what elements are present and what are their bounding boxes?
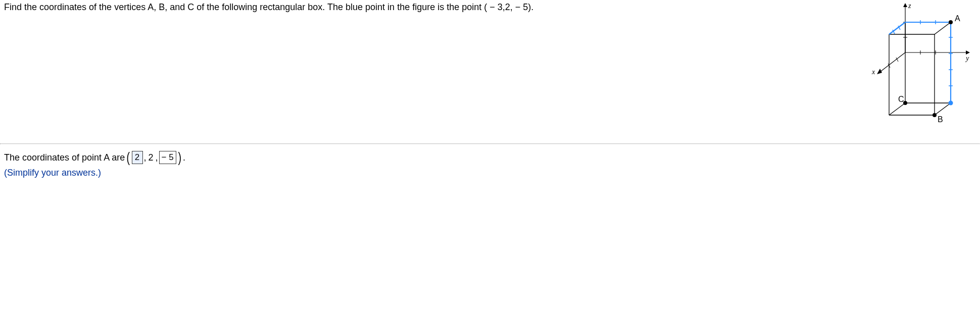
vertex-b-label: B [938,115,943,124]
answer-prefix: The coordinates of point A are [4,152,125,163]
coord-a-z-input[interactable]: − 5 [159,151,176,164]
box-edge-blue [889,22,905,34]
answer-period: . [183,152,185,163]
answer-line-a: The coordinates of point A are ( 2 , 2 ,… [4,149,976,166]
answer-hint: (Simplify your answers.) [4,168,976,178]
box-diagram-svg: z y x [870,2,971,143]
x-axis-label: x [871,68,875,76]
problem-statement: Find the coordinates of the vertices A, … [4,2,870,143]
y-axis-arrow [966,50,970,55]
box-edge [935,103,951,115]
z-axis-arrow [903,3,907,7]
coord-a-y-value: 2 [148,152,155,163]
vertex-c-label: C [898,95,904,103]
open-paren: ( [127,149,130,166]
x-axis-arrow [877,69,882,74]
blue-reference-point [949,101,953,106]
problem-container: Find the coordinates of the vertices A, … [0,0,980,143]
comma-2: , [156,152,158,163]
comma-1: , [144,152,146,163]
box-edge [889,103,905,115]
vertex-a-label: A [955,14,960,23]
vertex-b-point [933,113,937,117]
answer-section: The coordinates of point A are ( 2 , 2 ,… [0,144,980,183]
vertex-a-point [949,20,953,24]
figure-3d-box: z y x [870,2,971,143]
close-paren: ) [178,149,181,166]
box-edge [935,22,951,34]
x-axis [879,52,905,73]
z-axis-label: z [908,2,911,10]
y-axis-label: y [965,55,969,62]
problem-text: Find the coordinates of the vertices A, … [4,2,533,12]
coord-a-x-input[interactable]: 2 [132,151,143,164]
